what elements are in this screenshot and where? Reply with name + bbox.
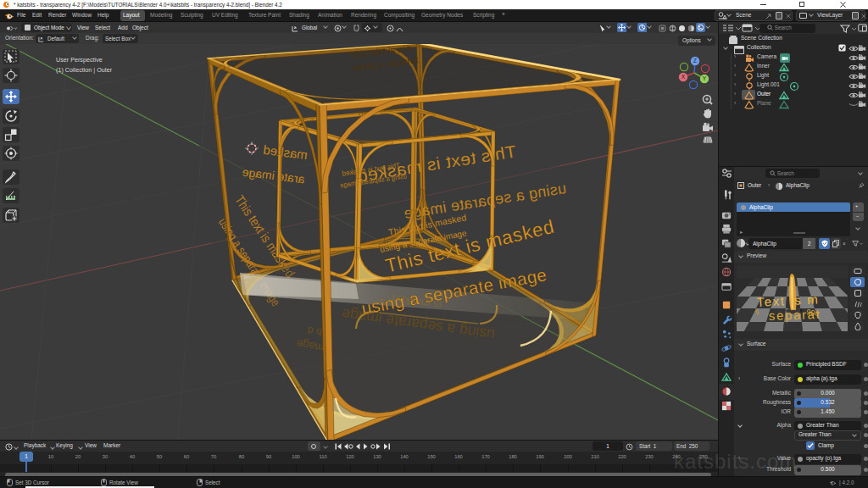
- svg-text:Y: Y: [703, 75, 707, 81]
- svg-text:arate image: arate image: [242, 165, 306, 186]
- svg-text:X: X: [682, 74, 686, 80]
- svg-text:separat: separat: [769, 307, 821, 323]
- svg-text:Z: Z: [693, 58, 697, 64]
- svg-text:masked: masked: [263, 142, 309, 162]
- svg-text:using a separate image: using a separate image: [403, 180, 567, 222]
